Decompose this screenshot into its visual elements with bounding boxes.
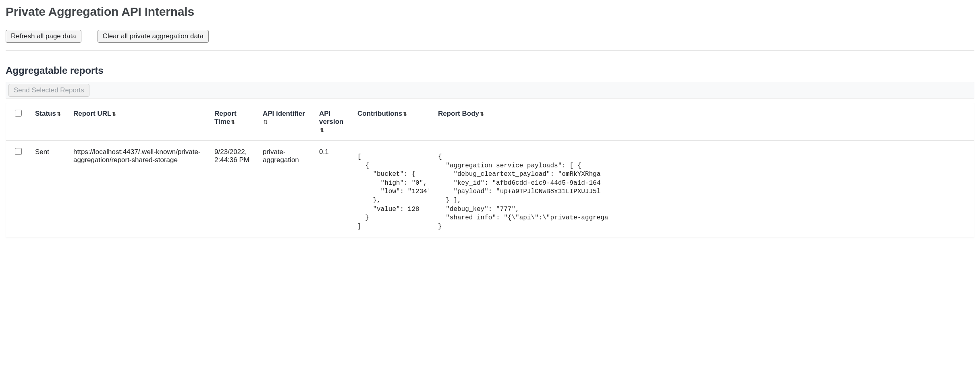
refresh-button[interactable]: Refresh all page data	[6, 30, 81, 43]
cell-report-url: https://localhost:4437/.well-known/priva…	[69, 141, 210, 238]
sort-icon	[264, 120, 268, 125]
row-checkbox-cell	[6, 141, 30, 238]
cell-report-time: 9/23/2022, 2:44:36 PM	[210, 141, 258, 238]
header-api-identifier[interactable]: API identifier	[258, 103, 314, 141]
header-api-id-label: API identifier	[263, 110, 305, 117]
sort-icon	[112, 112, 116, 117]
toolbar: Refresh all page data Clear all private …	[6, 30, 974, 43]
sort-icon	[57, 112, 61, 117]
header-contributions[interactable]: Contributions	[353, 103, 433, 141]
section-heading: Aggregatable reports	[6, 65, 974, 76]
page-title: Private Aggregation API Internals	[6, 5, 974, 19]
cell-report-body: { "aggregation_service_payloads": [ { "d…	[433, 141, 974, 238]
header-checkbox-cell	[6, 103, 30, 141]
header-report-time[interactable]: Report Time	[210, 103, 258, 141]
header-api-ver-label: API version	[319, 110, 343, 125]
header-report-url-label: Report URL	[73, 110, 111, 117]
sort-icon	[231, 120, 235, 125]
reports-table: Status Report URL Report Time API identi…	[6, 103, 974, 238]
cell-contributions: [ { "bucket": { "high": "0", "low": "123…	[353, 141, 433, 238]
send-row: Send Selected Reports	[6, 82, 974, 99]
table-row: Sent https://localhost:4437/.well-known/…	[6, 141, 974, 238]
header-report-url[interactable]: Report URL	[69, 103, 210, 141]
clear-data-button[interactable]: Clear all private aggregation data	[98, 30, 209, 43]
header-api-version[interactable]: API version	[314, 103, 353, 141]
header-status-label: Status	[35, 110, 56, 117]
sort-icon	[320, 128, 324, 133]
send-selected-button: Send Selected Reports	[8, 84, 89, 97]
select-all-checkbox[interactable]	[15, 110, 22, 117]
cell-api-version: 0.1	[314, 141, 353, 238]
sort-icon	[403, 112, 407, 117]
reports-table-wrap: Status Report URL Report Time API identi…	[6, 103, 974, 238]
header-status[interactable]: Status	[30, 103, 69, 141]
table-header-row: Status Report URL Report Time API identi…	[6, 103, 974, 141]
report-body-code: { "aggregation_service_payloads": [ { "d…	[438, 153, 969, 231]
header-report-body[interactable]: Report Body	[433, 103, 974, 141]
contributions-code: [ { "bucket": { "high": "0", "low": "123…	[357, 153, 428, 231]
divider	[6, 50, 974, 50]
select-row-checkbox[interactable]	[15, 148, 22, 155]
header-body-label: Report Body	[438, 110, 479, 117]
cell-api-identifier: private-aggregation	[258, 141, 314, 238]
header-contrib-label: Contributions	[357, 110, 402, 117]
cell-status: Sent	[30, 141, 69, 238]
sort-icon	[480, 112, 484, 117]
